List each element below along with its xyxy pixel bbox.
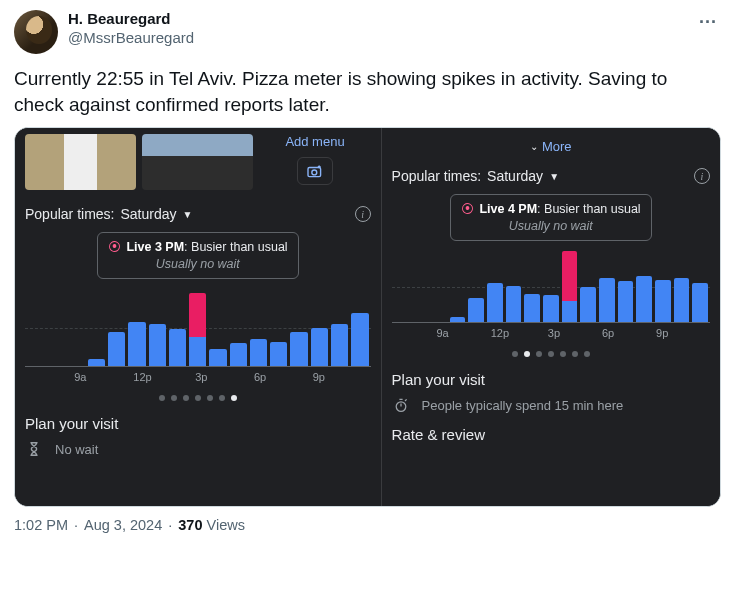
author-names: H. Beauregard @MssrBeauregard bbox=[68, 10, 194, 48]
axis-tick: 12p bbox=[491, 327, 509, 339]
axis-tick: 9a bbox=[74, 371, 86, 383]
photo-thumb[interactable] bbox=[25, 134, 136, 190]
info-icon[interactable]: i bbox=[355, 206, 371, 222]
chart-bar bbox=[468, 298, 484, 323]
chart-wrap: 9a 12p 3p 6p 9p bbox=[25, 289, 371, 385]
chart-bar bbox=[506, 286, 522, 323]
live-dot-icon: ⦿ bbox=[108, 239, 121, 254]
day-select[interactable]: Saturday bbox=[487, 168, 543, 184]
tweet-container: H. Beauregard @MssrBeauregard ··· Curren… bbox=[0, 0, 735, 533]
axis-tick: 3p bbox=[548, 327, 560, 339]
handle[interactable]: @MssrBeauregard bbox=[68, 29, 194, 48]
day-pager-dots[interactable] bbox=[392, 351, 710, 357]
chart-xaxis: 9a 12p 3p 6p 9p bbox=[392, 327, 710, 341]
day-select[interactable]: Saturday bbox=[120, 206, 176, 222]
live-status-pill: ⦿ Live 3 PM: Busier than usual Usually n… bbox=[97, 232, 299, 279]
maps-panel-left: Add menu Popular times: Saturday ▼ i ⦿ L… bbox=[15, 128, 382, 506]
chart-bar bbox=[189, 293, 206, 366]
popular-times-label: Popular times: bbox=[25, 206, 114, 222]
display-name[interactable]: H. Beauregard bbox=[68, 10, 194, 29]
tweet-views[interactable]: 370 Views bbox=[178, 517, 245, 533]
chart-bar bbox=[270, 342, 287, 367]
popular-times-chart bbox=[392, 251, 710, 323]
tweet-date[interactable]: Aug 3, 2024 bbox=[84, 517, 162, 533]
more-menu-button[interactable]: ··· bbox=[695, 10, 721, 35]
tweet-time[interactable]: 1:02 PM bbox=[14, 517, 68, 533]
live-status: Busier than usual bbox=[191, 240, 288, 254]
chart-bar bbox=[692, 283, 708, 322]
chart-bar bbox=[580, 287, 596, 323]
chart-wrap: 9a 12p 3p 6p 9p bbox=[392, 251, 710, 341]
axis-tick: 6p bbox=[254, 371, 266, 383]
chart-bar bbox=[674, 278, 690, 322]
popular-times-chart bbox=[25, 289, 371, 367]
chart-bar bbox=[543, 295, 559, 322]
camera-plus-icon bbox=[306, 164, 324, 178]
chart-bar bbox=[487, 283, 503, 322]
chart-xaxis: 9a 12p 3p 6p 9p bbox=[25, 371, 371, 385]
photo-thumb[interactable] bbox=[142, 134, 253, 190]
info-icon[interactable]: i bbox=[694, 168, 710, 184]
chart-bar bbox=[250, 339, 267, 366]
media-attachment: Add menu Popular times: Saturday ▼ i ⦿ L… bbox=[14, 127, 721, 507]
chart-bar bbox=[331, 324, 348, 366]
hourglass-icon bbox=[25, 440, 43, 458]
popular-times-label: Popular times: bbox=[392, 168, 481, 184]
chart-bar bbox=[618, 281, 634, 322]
rate-review-heading: Rate & review bbox=[392, 426, 710, 443]
axis-tick: 12p bbox=[133, 371, 151, 383]
axis-tick: 9p bbox=[656, 327, 668, 339]
tweet-text: Currently 22:55 in Tel Aviv. Pizza meter… bbox=[14, 66, 721, 117]
chart-bar bbox=[128, 322, 145, 367]
chart-bar bbox=[562, 251, 578, 322]
chart-bar bbox=[655, 280, 671, 323]
add-menu-link[interactable]: Add menu bbox=[285, 134, 344, 149]
chart-bar bbox=[108, 332, 125, 367]
chart-bar bbox=[636, 276, 652, 322]
chart-bar bbox=[88, 359, 105, 367]
live-status-pill: ⦿ Live 4 PM: Busier than usual Usually n… bbox=[450, 194, 652, 241]
chart-bar bbox=[209, 349, 226, 366]
day-pager-dots[interactable] bbox=[25, 395, 371, 401]
chevron-down-icon: ⌄ bbox=[530, 141, 538, 152]
chart-bar bbox=[169, 329, 186, 366]
plan-visit-heading: Plan your visit bbox=[392, 371, 710, 388]
chart-bar bbox=[599, 278, 615, 322]
tweet-footer: 1:02 PM · Aug 3, 2024 · 370 Views bbox=[14, 517, 721, 533]
add-menu-column: Add menu bbox=[259, 134, 370, 190]
axis-tick: 6p bbox=[602, 327, 614, 339]
chart-bar bbox=[351, 313, 368, 367]
live-time: Live 4 PM bbox=[479, 202, 537, 216]
wait-row: No wait bbox=[25, 440, 371, 458]
axis-tick: 9a bbox=[436, 327, 448, 339]
live-dot-icon: ⦿ bbox=[461, 201, 474, 216]
chart-bar bbox=[311, 328, 328, 367]
live-time: Live 3 PM bbox=[126, 240, 184, 254]
axis-tick: 9p bbox=[313, 371, 325, 383]
more-label: More bbox=[542, 139, 572, 154]
axis-tick: 3p bbox=[195, 371, 207, 383]
live-status: Busier than usual bbox=[544, 202, 641, 216]
spend-row: People typically spend 15 min here bbox=[392, 396, 710, 414]
tweet-header: H. Beauregard @MssrBeauregard ··· bbox=[14, 10, 721, 54]
photo-strip: Add menu bbox=[25, 134, 371, 190]
live-subtext: Usually no wait bbox=[108, 256, 288, 272]
add-photo-button[interactable] bbox=[297, 157, 333, 185]
chart-bar bbox=[290, 332, 307, 367]
chart-bar bbox=[230, 343, 247, 366]
chevron-down-icon[interactable]: ▼ bbox=[183, 209, 193, 220]
popular-times-row: Popular times: Saturday ▼ i bbox=[392, 168, 710, 184]
chart-bar bbox=[450, 317, 466, 323]
more-expander[interactable]: ⌄ More bbox=[392, 134, 710, 158]
stopwatch-icon bbox=[392, 396, 410, 414]
svg-point-1 bbox=[312, 170, 317, 175]
chart-bar bbox=[524, 294, 540, 322]
avatar[interactable] bbox=[14, 10, 58, 54]
live-subtext: Usually no wait bbox=[461, 218, 641, 234]
chevron-down-icon[interactable]: ▼ bbox=[549, 171, 559, 182]
spend-text: People typically spend 15 min here bbox=[422, 398, 624, 413]
wait-text: No wait bbox=[55, 442, 98, 457]
maps-panel-right: ⌄ More Popular times: Saturday ▼ i ⦿ Liv… bbox=[382, 128, 720, 506]
chart-bar bbox=[149, 324, 166, 366]
popular-times-row: Popular times: Saturday ▼ i bbox=[25, 206, 371, 222]
